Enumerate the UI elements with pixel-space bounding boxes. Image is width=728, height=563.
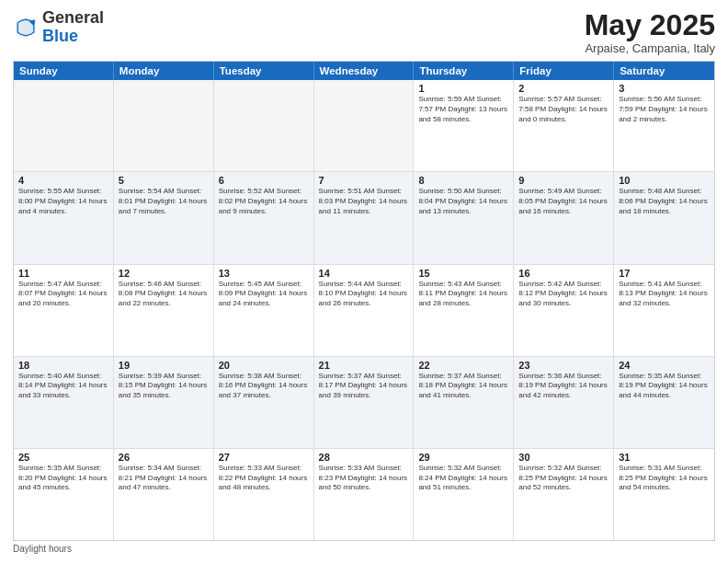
day-info: Sunrise: 5:47 AM Sunset: 8:07 PM Dayligh… (18, 280, 108, 309)
header-day-tuesday: Tuesday (214, 62, 314, 80)
day-info: Sunrise: 5:41 AM Sunset: 8:13 PM Dayligh… (619, 280, 710, 309)
title-block: May 2025 Arpaise, Campania, Italy (585, 9, 715, 55)
day-info: Sunrise: 5:51 AM Sunset: 8:03 PM Dayligh… (319, 187, 409, 216)
day-cell-23: 23Sunrise: 5:36 AM Sunset: 8:19 PM Dayli… (514, 357, 614, 448)
day-cell-4: 4Sunrise: 5:55 AM Sunset: 8:00 PM Daylig… (14, 172, 114, 263)
day-info: Sunrise: 5:44 AM Sunset: 8:10 PM Dayligh… (319, 280, 409, 309)
calendar-week-4: 18Sunrise: 5:40 AM Sunset: 8:14 PM Dayli… (14, 357, 714, 449)
day-cell-9: 9Sunrise: 5:49 AM Sunset: 8:05 PM Daylig… (514, 172, 614, 263)
day-info: Sunrise: 5:57 AM Sunset: 7:58 PM Dayligh… (518, 95, 609, 124)
day-number: 31 (619, 452, 710, 463)
day-number: 27 (219, 452, 309, 463)
day-number: 10 (619, 175, 710, 186)
day-number: 11 (18, 268, 108, 279)
day-number: 13 (219, 268, 309, 279)
day-number: 1 (418, 83, 508, 94)
day-info: Sunrise: 5:56 AM Sunset: 7:59 PM Dayligh… (619, 95, 710, 124)
day-cell-12: 12Sunrise: 5:46 AM Sunset: 8:08 PM Dayli… (114, 265, 214, 356)
day-cell-25: 25Sunrise: 5:35 AM Sunset: 8:20 PM Dayli… (14, 449, 114, 540)
header-day-thursday: Thursday (414, 62, 514, 80)
header-day-sunday: Sunday (14, 62, 114, 80)
calendar-week-1: 1Sunrise: 5:59 AM Sunset: 7:57 PM Daylig… (14, 80, 714, 172)
day-info: Sunrise: 5:54 AM Sunset: 8:01 PM Dayligh… (119, 187, 209, 216)
day-number: 20 (219, 360, 309, 371)
empty-cell (114, 80, 214, 171)
day-number: 3 (619, 83, 710, 94)
empty-cell (314, 80, 415, 171)
day-info: Sunrise: 5:34 AM Sunset: 8:21 PM Dayligh… (119, 464, 209, 493)
day-cell-18: 18Sunrise: 5:40 AM Sunset: 8:14 PM Dayli… (14, 357, 114, 448)
day-cell-13: 13Sunrise: 5:45 AM Sunset: 8:09 PM Dayli… (214, 265, 314, 356)
day-cell-6: 6Sunrise: 5:52 AM Sunset: 8:02 PM Daylig… (214, 172, 314, 263)
day-number: 19 (119, 360, 209, 371)
location: Arpaise, Campania, Italy (585, 41, 715, 55)
day-cell-1: 1Sunrise: 5:59 AM Sunset: 7:57 PM Daylig… (414, 80, 514, 171)
day-info: Sunrise: 5:45 AM Sunset: 8:09 PM Dayligh… (219, 280, 309, 309)
day-info: Sunrise: 5:37 AM Sunset: 8:17 PM Dayligh… (319, 372, 409, 401)
day-info: Sunrise: 5:40 AM Sunset: 8:14 PM Dayligh… (18, 372, 108, 401)
day-number: 5 (119, 175, 209, 186)
header-day-saturday: Saturday (614, 62, 714, 80)
calendar: SundayMondayTuesdayWednesdayThursdayFrid… (13, 61, 715, 541)
empty-cell (14, 80, 114, 171)
day-number: 18 (18, 360, 108, 371)
day-info: Sunrise: 5:39 AM Sunset: 8:15 PM Dayligh… (119, 372, 209, 401)
logo-general: General (42, 8, 104, 27)
day-info: Sunrise: 5:32 AM Sunset: 8:25 PM Dayligh… (518, 464, 609, 493)
day-cell-14: 14Sunrise: 5:44 AM Sunset: 8:10 PM Dayli… (314, 265, 415, 356)
day-info: Sunrise: 5:35 AM Sunset: 8:20 PM Dayligh… (18, 464, 108, 493)
header-day-friday: Friday (514, 62, 614, 80)
day-info: Sunrise: 5:35 AM Sunset: 8:19 PM Dayligh… (619, 372, 710, 401)
day-cell-17: 17Sunrise: 5:41 AM Sunset: 8:13 PM Dayli… (614, 265, 714, 356)
day-number: 4 (18, 175, 108, 186)
day-number: 2 (518, 83, 609, 94)
header-day-wednesday: Wednesday (314, 62, 415, 80)
calendar-week-2: 4Sunrise: 5:55 AM Sunset: 8:00 PM Daylig… (14, 172, 714, 264)
day-cell-3: 3Sunrise: 5:56 AM Sunset: 7:59 PM Daylig… (614, 80, 714, 171)
calendar-header: SundayMondayTuesdayWednesdayThursdayFrid… (14, 62, 714, 80)
calendar-body: 1Sunrise: 5:59 AM Sunset: 7:57 PM Daylig… (14, 80, 714, 540)
day-cell-11: 11Sunrise: 5:47 AM Sunset: 8:07 PM Dayli… (14, 265, 114, 356)
calendar-week-3: 11Sunrise: 5:47 AM Sunset: 8:07 PM Dayli… (14, 265, 714, 357)
day-cell-22: 22Sunrise: 5:37 AM Sunset: 8:18 PM Dayli… (414, 357, 514, 448)
day-number: 8 (418, 175, 508, 186)
day-info: Sunrise: 5:52 AM Sunset: 8:02 PM Dayligh… (219, 187, 309, 216)
day-number: 17 (619, 268, 710, 279)
day-cell-29: 29Sunrise: 5:32 AM Sunset: 8:24 PM Dayli… (414, 449, 514, 540)
header: General Blue May 2025 Arpaise, Campania,… (13, 9, 715, 55)
day-info: Sunrise: 5:33 AM Sunset: 8:22 PM Dayligh… (219, 464, 309, 493)
day-number: 24 (619, 360, 710, 371)
day-info: Sunrise: 5:38 AM Sunset: 8:16 PM Dayligh… (219, 372, 309, 401)
day-info: Sunrise: 5:59 AM Sunset: 7:57 PM Dayligh… (418, 95, 508, 124)
logo: General Blue (13, 9, 104, 46)
header-day-monday: Monday (114, 62, 214, 80)
day-number: 12 (119, 268, 209, 279)
day-cell-7: 7Sunrise: 5:51 AM Sunset: 8:03 PM Daylig… (314, 172, 415, 263)
day-cell-10: 10Sunrise: 5:48 AM Sunset: 8:06 PM Dayli… (614, 172, 714, 263)
day-cell-20: 20Sunrise: 5:38 AM Sunset: 8:16 PM Dayli… (214, 357, 314, 448)
day-info: Sunrise: 5:48 AM Sunset: 8:06 PM Dayligh… (619, 187, 710, 216)
day-cell-24: 24Sunrise: 5:35 AM Sunset: 8:19 PM Dayli… (614, 357, 714, 448)
logo-icon (13, 15, 39, 40)
day-number: 21 (319, 360, 409, 371)
month-title: May 2025 (585, 9, 715, 41)
day-cell-28: 28Sunrise: 5:33 AM Sunset: 8:23 PM Dayli… (314, 449, 415, 540)
day-number: 26 (119, 452, 209, 463)
logo-text: General Blue (42, 9, 104, 46)
day-cell-21: 21Sunrise: 5:37 AM Sunset: 8:17 PM Dayli… (314, 357, 415, 448)
day-info: Sunrise: 5:43 AM Sunset: 8:11 PM Dayligh… (418, 280, 508, 309)
day-cell-19: 19Sunrise: 5:39 AM Sunset: 8:15 PM Dayli… (114, 357, 214, 448)
day-number: 16 (518, 268, 609, 279)
day-cell-30: 30Sunrise: 5:32 AM Sunset: 8:25 PM Dayli… (514, 449, 614, 540)
day-info: Sunrise: 5:33 AM Sunset: 8:23 PM Dayligh… (319, 464, 409, 493)
day-number: 30 (518, 452, 609, 463)
day-info: Sunrise: 5:50 AM Sunset: 8:04 PM Dayligh… (418, 187, 508, 216)
empty-cell (214, 80, 314, 171)
day-number: 22 (418, 360, 508, 371)
day-number: 29 (418, 452, 508, 463)
day-cell-31: 31Sunrise: 5:31 AM Sunset: 8:25 PM Dayli… (614, 449, 714, 540)
day-number: 7 (319, 175, 409, 186)
day-cell-16: 16Sunrise: 5:42 AM Sunset: 8:12 PM Dayli… (514, 265, 614, 356)
day-cell-8: 8Sunrise: 5:50 AM Sunset: 8:04 PM Daylig… (414, 172, 514, 263)
day-cell-2: 2Sunrise: 5:57 AM Sunset: 7:58 PM Daylig… (514, 80, 614, 171)
